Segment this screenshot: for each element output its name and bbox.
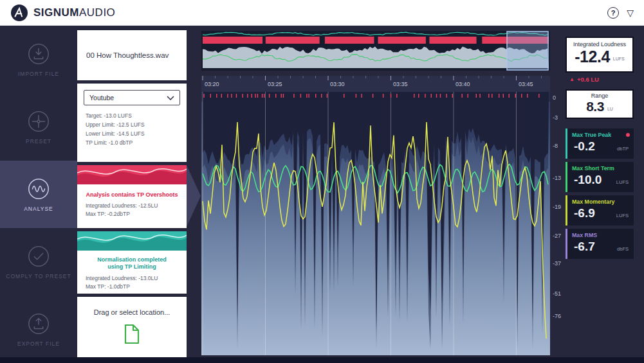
sidebar-item-import-file[interactable]: IMPORT FILE	[0, 26, 77, 93]
sidebar-item-preset[interactable]: PRESET	[0, 93, 77, 161]
comply-details: Integrated Loudness: -13.0LU Max TP: -1.…	[86, 274, 187, 290]
brand-light: AUDIO	[79, 6, 115, 19]
time-label: 03:25	[268, 81, 282, 87]
chevron-down-icon	[167, 96, 174, 100]
metric-title: Max Momentary	[572, 199, 614, 205]
comply-wave-banner	[77, 231, 187, 251]
sidebar: IMPORT FILE PRESET ANALYSE COMPLY TO PRE…	[0, 26, 77, 363]
loudness-chart-canvas[interactable]	[187, 26, 563, 363]
time-label: 03:45	[519, 81, 533, 87]
metric-value: -0.2	[574, 140, 595, 152]
sidebar-item-label: PRESET	[26, 138, 51, 145]
metric-value: 8.3	[586, 99, 604, 114]
active-step-arrow	[187, 165, 201, 227]
preset-card: Youtube Target: -13.0 LUFS Upper Limit: …	[77, 84, 187, 162]
sidebar-item-comply-to-preset[interactable]: COMPLY TO PRESET	[0, 228, 77, 296]
metric-value: -6.9	[574, 207, 595, 219]
metric-value: -6.7	[574, 240, 595, 252]
range-card: Range 8.3 LU	[566, 89, 634, 119]
metric-unit: dbFS	[617, 246, 629, 252]
preset-select[interactable]: Youtube	[84, 90, 180, 105]
loaded-filename: 00 How Thoughtless.wav	[86, 51, 169, 59]
overview-selection-box[interactable]	[507, 31, 548, 70]
sidebar-item-label: COMPLY TO PRESET	[6, 273, 71, 279]
time-label: 03:20	[205, 81, 219, 87]
loaded-file-card: 00 How Thoughtless.wav	[77, 30, 187, 80]
analysis-integrated-loudness: Integrated Loudness: -12.5LU	[86, 202, 187, 210]
brand-name: SIGNUMAUDIO	[33, 6, 115, 19]
export-dropzone-card[interactable]: Drag or select location...	[77, 297, 187, 357]
metric-title: Integrated Loudness	[567, 41, 632, 48]
sidebar-item-label: EXPORT FILE	[17, 341, 60, 347]
metrics-panel: Integrated Loudness -12.4 LUFS ▲ +0.6 LU…	[563, 26, 644, 363]
dropdown-triangle-icon[interactable]: ▽	[627, 8, 634, 17]
export-file-icon	[26, 312, 51, 336]
workflow-cards-column: 00 How Thoughtless.wav Youtube Target: -…	[77, 26, 187, 363]
preset-target: Target: -13.0 LUFS	[86, 111, 180, 120]
metric-title: Range	[567, 93, 632, 99]
analysis-details: Integrated Loudness: -12.5LU Max TP: -0.…	[86, 202, 187, 218]
analysis-status-text: Analysis contains TP Overshoots	[77, 191, 187, 198]
metric-value: -12.4	[575, 48, 609, 66]
topbar-actions: ? ▽	[607, 7, 634, 19]
brand: SIGNUMAUDIO	[10, 4, 115, 22]
preset-icon	[26, 109, 51, 134]
comply-result-card: Normalisation completed using TP Limitin…	[77, 231, 187, 294]
metric-title: Max Short Term	[572, 165, 614, 172]
preset-upper-limit: Upper Limit: -12.5 LUFS	[86, 120, 180, 129]
metric-unit: LU	[607, 107, 613, 111]
metric-unit: LUFS	[616, 213, 629, 218]
export-dropzone-label: Drag or select location...	[77, 308, 187, 316]
metric-unit: LUFS	[613, 57, 625, 61]
file-icon	[77, 324, 187, 347]
comply-status-text: Normalisation completed using TP Limitin…	[77, 256, 187, 270]
analysis-wave-banner	[77, 165, 187, 184]
comply-max-tp: Max TP: -1.0dbTP	[86, 283, 187, 291]
preset-details: Target: -13.0 LUFS Upper Limit: -12.5 LU…	[86, 111, 180, 147]
comply-icon	[26, 244, 51, 269]
analysis-result-card: Analysis contains TP Overshoots Integrat…	[77, 165, 187, 228]
max-short-term-card: Max Short Term -10.0 LUFS	[566, 162, 634, 192]
metric-unit: LUFS	[616, 179, 629, 185]
metric-title: Max True Peak	[572, 132, 611, 138]
delta-value: +0.6 LU	[577, 76, 599, 83]
max-rms-card: Max RMS -6.7 dbFS	[566, 229, 634, 259]
time-label: 03:35	[393, 81, 408, 87]
integrated-delta: ▲ +0.6 LU	[569, 76, 599, 83]
help-icon[interactable]: ?	[607, 7, 619, 19]
loudness-graph-area: 03:20 03:25 03:30 03:35 03:40 03:45 0 -3…	[187, 26, 563, 363]
app-window: SIGNUMAUDIO ? ▽ IMPORT FILE PRESET	[0, 0, 644, 363]
preset-tp-limit: TP Limit: -1.0 dbTP	[86, 138, 180, 147]
sidebar-item-export-file[interactable]: EXPORT FILE	[0, 296, 77, 363]
integrated-loudness-card: Integrated Loudness -12.4 LUFS	[566, 37, 634, 73]
preset-lower-limit: Lower Limit: -14.5 LUFS	[86, 129, 180, 138]
signum-audio-logo-icon	[10, 4, 28, 22]
brand-bold: SIGNUM	[33, 6, 79, 19]
metric-unit: dbTP	[617, 146, 629, 152]
sidebar-item-label: ANALYSE	[24, 206, 53, 212]
metric-value: -10.0	[574, 173, 602, 186]
delta-up-icon: ▲	[569, 76, 575, 82]
import-file-icon	[26, 42, 51, 66]
max-momentary-card: Max Momentary -6.9 LUFS	[566, 195, 634, 226]
time-label: 03:30	[330, 81, 345, 87]
bottom-strip	[0, 357, 644, 363]
preset-selected-value: Youtube	[89, 94, 114, 102]
time-label: 03:40	[455, 81, 470, 87]
metric-title: Max RMS	[572, 232, 597, 238]
topbar: SIGNUMAUDIO ? ▽	[0, 0, 644, 26]
comply-integrated-loudness: Integrated Loudness: -13.0LU	[86, 274, 187, 283]
analyse-icon	[26, 177, 51, 201]
max-true-peak-card: Max True Peak -0.2 dbTP	[566, 128, 634, 159]
sidebar-item-analyse[interactable]: ANALYSE	[0, 161, 77, 228]
sidebar-item-label: IMPORT FILE	[18, 71, 59, 77]
overshoot-indicator-dot	[626, 133, 630, 137]
analysis-max-tp: Max TP: -0.2dbTP	[86, 210, 187, 218]
